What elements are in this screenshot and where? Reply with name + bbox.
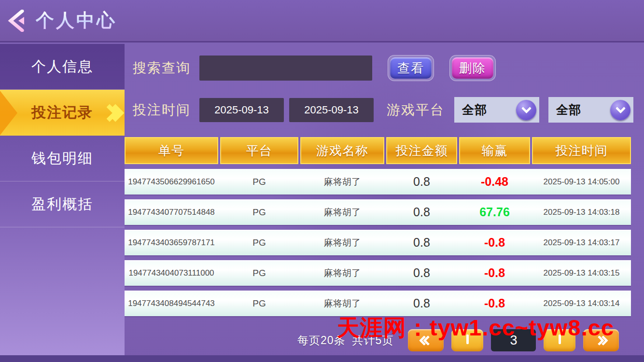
cell-amount: 0.8 — [386, 230, 457, 255]
cell-platform: PG — [220, 169, 298, 195]
cell-order-no: 1947743403659787171 — [125, 230, 218, 255]
cell-amount: 0.8 — [386, 199, 457, 225]
platform-select-1-value: 全部 — [462, 102, 487, 118]
first-page-button[interactable] — [408, 329, 444, 351]
platform-select-2-value: 全部 — [556, 102, 581, 118]
table-row[interactable]: 1947743404073111000 PG 麻将胡了 0.8 -0.8 202… — [125, 260, 631, 286]
header-win-loss: 输赢 — [459, 137, 530, 164]
double-chevron-right-icon — [596, 337, 607, 344]
cell-order-no: 1947743407707514848 — [125, 199, 218, 225]
platform-label: 游戏平台 — [387, 101, 445, 119]
bet-records-table: 单号 平台 游戏名称 投注金额 输赢 投注时间 1947743506629961… — [125, 137, 631, 316]
cell-time: 2025-09-13 14:03:17 — [532, 230, 631, 255]
sidebar-item-label: 钱包明细 — [31, 149, 93, 168]
top-bar: 个人中心 — [0, 0, 644, 42]
cell-time: 2025-09-13 14:03:15 — [532, 260, 631, 286]
selected-arrow-icon — [0, 91, 17, 135]
table-row[interactable]: 1947743407707514848 PG 麻将胡了 0.8 67.76 20… — [125, 199, 631, 225]
chevron-down-icon — [610, 100, 630, 120]
date-to-field[interactable]: 2025-09-13 — [289, 98, 374, 122]
back-button[interactable] — [7, 10, 29, 32]
search-row: 搜索查询 查看 删除 — [133, 56, 635, 81]
cell-game: 麻将胡了 — [300, 291, 384, 316]
chevron-right-icon — [110, 107, 122, 119]
platform-select-1[interactable]: 全部 — [454, 97, 539, 123]
header-order-no: 单号 — [125, 137, 218, 164]
cell-win-loss: -0.48 — [459, 169, 530, 195]
cell-amount: 0.8 — [386, 291, 457, 316]
table-row[interactable]: 1947743506629961650 PG 麻将胡了 0.8 -0.48 20… — [125, 169, 631, 195]
header-platform: 平台 — [220, 137, 298, 164]
platform-select-2[interactable]: 全部 — [548, 97, 633, 123]
delete-button[interactable]: 删除 — [452, 57, 493, 79]
main-content: 搜索查询 查看 删除 投注时间 2025-09-13 2025-09-13 游戏… — [125, 42, 644, 356]
sidebar-item-bet-records[interactable]: 投注记录 — [0, 90, 125, 136]
next-page-button[interactable] — [544, 329, 575, 351]
delete-button-frame: 删除 — [449, 55, 496, 81]
table-row[interactable]: 1947743403659787171 PG 麻将胡了 0.8 -0.8 202… — [125, 230, 631, 255]
cell-order-no: 1947743404073111000 — [125, 260, 218, 286]
total-pages-text: 共计5页 — [352, 334, 394, 347]
cell-win-loss: -0.8 — [459, 260, 530, 286]
chevron-down-icon — [516, 100, 536, 120]
prev-page-button[interactable] — [451, 329, 483, 351]
sidebar-item-personal-info[interactable]: 个人信息 — [0, 44, 125, 90]
cell-game: 麻将胡了 — [300, 199, 384, 225]
bet-time-label: 投注时间 — [133, 101, 191, 119]
page-info: 每页20条共计5页 — [297, 333, 400, 348]
current-page-indicator: 3 — [491, 329, 536, 351]
search-input[interactable] — [199, 56, 372, 81]
cell-game: 麻将胡了 — [300, 260, 384, 286]
cell-platform: PG — [220, 291, 298, 316]
last-page-button[interactable] — [583, 329, 619, 351]
cell-order-no: 1947743408494544743 — [125, 291, 218, 316]
header-bet-amount: 投注金额 — [386, 137, 457, 164]
filters-row: 投注时间 2025-09-13 2025-09-13 游戏平台 全部 全部 — [133, 97, 640, 123]
date-from-field[interactable]: 2025-09-13 — [199, 98, 284, 122]
chevron-left-icon — [466, 337, 469, 344]
cell-game: 麻将胡了 — [300, 169, 384, 195]
double-chevron-left-icon — [420, 337, 432, 344]
pagination-bar: 每页20条共计5页 3 — [297, 328, 619, 352]
cell-amount: 0.8 — [386, 169, 457, 195]
sidebar: 个人信息 投注记录 钱包明细 盈利概括 — [0, 44, 125, 355]
header-bet-time: 投注时间 — [532, 137, 631, 164]
header-game-name: 游戏名称 — [300, 137, 384, 164]
cell-time: 2025-09-13 14:03:14 — [532, 291, 631, 316]
cell-platform: PG — [220, 230, 298, 255]
cell-win-loss: -0.8 — [459, 230, 530, 255]
back-chevron-icon — [7, 10, 29, 32]
sidebar-item-label: 个人信息 — [31, 57, 93, 77]
page-title: 个人中心 — [36, 8, 117, 33]
sidebar-item-profit-summary[interactable]: 盈利概括 — [0, 181, 125, 227]
search-label: 搜索查询 — [133, 59, 191, 77]
cell-order-no: 1947743506629961650 — [125, 169, 218, 195]
page-size-text: 每页20条 — [297, 334, 346, 347]
sidebar-item-wallet-details[interactable]: 钱包明细 — [0, 136, 125, 181]
cell-game: 麻将胡了 — [300, 230, 384, 255]
table-row[interactable]: 1947743408494544743 PG 麻将胡了 0.8 -0.8 202… — [125, 291, 631, 316]
view-button[interactable]: 查看 — [390, 57, 432, 79]
personal-center-screen: 个人中心 个人信息 投注记录 钱包明细 盈利概括 搜索查询 查看 — [0, 0, 644, 362]
cell-time: 2025-09-13 14:03:18 — [532, 199, 631, 225]
chevron-right-icon — [559, 337, 561, 344]
cell-time: 2025-09-13 14:05:00 — [532, 169, 631, 195]
view-button-frame: 查看 — [388, 55, 434, 81]
cell-platform: PG — [220, 199, 298, 225]
sidebar-item-label: 盈利概括 — [31, 195, 93, 214]
cell-amount: 0.8 — [386, 260, 457, 286]
cell-win-loss: 67.76 — [459, 199, 530, 225]
bottom-strip — [0, 355, 644, 362]
table-header-row: 单号 平台 游戏名称 投注金额 输赢 投注时间 — [125, 137, 631, 164]
cell-win-loss: -0.8 — [459, 291, 530, 316]
cell-platform: PG — [220, 260, 298, 286]
sidebar-item-label: 投注记录 — [31, 103, 93, 123]
